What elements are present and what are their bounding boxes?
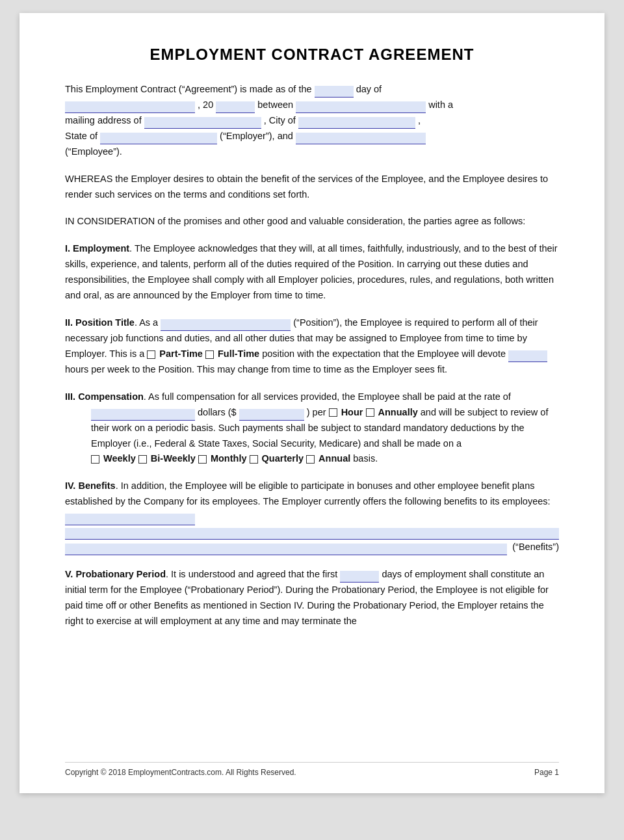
benefits-inline-field[interactable] bbox=[65, 514, 195, 525]
hours-per-week-field[interactable] bbox=[508, 350, 547, 362]
section4-paragraph: IV. Benefits. In addition, the Employee … bbox=[65, 479, 559, 555]
address-field[interactable] bbox=[144, 117, 261, 129]
intro-paragraph: This Employment Contract (“Agreement”) i… bbox=[65, 82, 559, 160]
document-page: EMPLOYMENT CONTRACT AGREEMENT This Emplo… bbox=[20, 13, 604, 793]
dollar-amount-field[interactable] bbox=[239, 409, 304, 421]
footer-page: Page 1 bbox=[534, 768, 559, 777]
party1-field[interactable] bbox=[296, 101, 426, 113]
year-field[interactable] bbox=[216, 101, 255, 113]
section4-heading: IV. Benefits bbox=[65, 480, 116, 491]
annual-label: Annual bbox=[318, 453, 350, 464]
section2-paragraph: II. Position Title. As a (“Position”), t… bbox=[65, 315, 559, 378]
city-field[interactable] bbox=[298, 117, 415, 129]
monthly-label: Monthly bbox=[211, 453, 247, 464]
biweekly-checkbox[interactable] bbox=[138, 455, 147, 464]
fulltime-checkbox[interactable] bbox=[205, 350, 214, 359]
weekly-label: Weekly bbox=[103, 453, 136, 464]
footer-copyright: Copyright © 2018 EmploymentContracts.com… bbox=[65, 768, 296, 777]
rate-amount-field[interactable] bbox=[91, 409, 195, 421]
section5-paragraph: V. Probationary Period. It is understood… bbox=[65, 567, 559, 629]
hour-checkbox[interactable] bbox=[329, 408, 337, 417]
whereas-paragraph: WHEREAS the Employer desires to obtain t… bbox=[65, 172, 559, 203]
state-field[interactable] bbox=[100, 133, 217, 144]
quarterly-checkbox[interactable] bbox=[250, 455, 258, 464]
annually-label: Annually bbox=[378, 407, 421, 417]
consideration-paragraph: IN CONSIDERATION of the promises and oth… bbox=[65, 214, 559, 230]
document-title: EMPLOYMENT CONTRACT AGREEMENT bbox=[65, 46, 559, 64]
fulltime-label: Full-Time bbox=[218, 348, 259, 359]
section2-heading: II. Position Title bbox=[65, 317, 135, 328]
biweekly-label: Bi-Weekly bbox=[151, 453, 196, 464]
section1-paragraph: I. Employment. The Employee acknowledges… bbox=[65, 241, 559, 304]
date-day-field[interactable] bbox=[315, 86, 354, 98]
document-footer: Copyright © 2018 EmploymentContracts.com… bbox=[65, 762, 559, 777]
annual-checkbox[interactable] bbox=[306, 455, 315, 464]
section5-heading: V. Probationary Period bbox=[65, 569, 166, 579]
section3-paragraph: III. Compensation. As full compensation … bbox=[65, 389, 559, 467]
weekly-checkbox[interactable] bbox=[91, 455, 99, 464]
position-title-field[interactable] bbox=[161, 319, 291, 331]
section3-heading: III. Compensation bbox=[65, 391, 144, 402]
benefits-line2[interactable] bbox=[65, 544, 507, 555]
benefits-line1[interactable] bbox=[65, 528, 559, 540]
section1-heading: I. Employment bbox=[65, 243, 129, 254]
hour-label: Hour bbox=[341, 407, 363, 417]
employer-name-field[interactable] bbox=[296, 133, 426, 144]
parttime-checkbox[interactable] bbox=[147, 350, 155, 359]
monthly-checkbox[interactable] bbox=[198, 455, 207, 464]
annually-checkbox[interactable] bbox=[366, 408, 374, 417]
parttime-label: Part-Time bbox=[159, 348, 203, 359]
intro-line1-before: This Employment Contract (“Agreement”) i… bbox=[65, 84, 312, 94]
date-month-year-field[interactable] bbox=[65, 101, 195, 113]
quarterly-label: Quarterly bbox=[262, 453, 304, 464]
probation-days-field[interactable] bbox=[340, 571, 379, 583]
